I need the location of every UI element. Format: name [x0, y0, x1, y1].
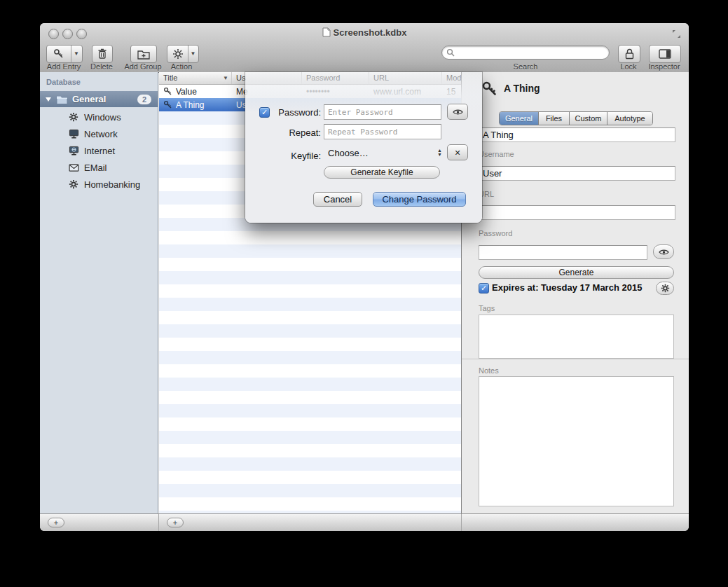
search-field[interactable]	[441, 46, 610, 60]
eye-icon	[659, 249, 669, 256]
dialog-keyfile-label: Keyfile:	[259, 151, 321, 161]
dialog-password-label: Password:	[259, 107, 321, 118]
generate-keyfile-button[interactable]: Generate Keyfile	[324, 166, 440, 179]
monitor-icon	[68, 128, 79, 139]
password-label: Password	[479, 229, 512, 237]
sidebar-group-label: General	[72, 94, 106, 104]
pane-divider	[158, 514, 159, 531]
keyfile-popup[interactable]: Choose… ▲▼	[324, 145, 445, 160]
key-icon	[163, 87, 173, 97]
sidebar-item-label: Internet	[84, 146, 115, 156]
keyfile-clear-button[interactable]: ×	[447, 144, 468, 160]
sidebar-item-windows[interactable]: Windows	[40, 109, 158, 125]
inspector-icon	[659, 49, 671, 59]
folder-icon	[56, 95, 68, 104]
sidebar-item-label: Windows	[84, 112, 121, 123]
group-count-badge: 2	[137, 95, 151, 104]
gear-icon	[661, 284, 670, 293]
window-title: Screenshot.kdbx	[40, 27, 689, 38]
sidebar-section-header: Database	[46, 78, 81, 86]
app-window: Screenshot.kdbx ▼ Add Entry Delete Add G…	[40, 23, 689, 531]
sort-indicator-icon: ▼	[223, 76, 228, 81]
dialog-password-input[interactable]	[324, 104, 441, 120]
tags-label: Tags	[479, 304, 495, 312]
sidebar: Database General 2 Windows Network Inter…	[40, 72, 158, 513]
search-label: Search	[504, 62, 547, 71]
search-icon	[446, 48, 455, 57]
key-icon	[163, 100, 173, 110]
sidebar-item-internet[interactable]: Internet	[40, 142, 158, 159]
delete-label: Delete	[85, 62, 118, 71]
sidebar-item-label: EMail	[84, 163, 107, 173]
action-label: Action	[165, 62, 198, 71]
expires-gear-button[interactable]	[656, 282, 674, 295]
chevron-down-icon[interactable]: ▼	[71, 46, 82, 62]
change-password-button[interactable]: Change Password	[373, 192, 466, 207]
lock-button[interactable]	[618, 45, 640, 63]
tab-files[interactable]: Files	[539, 112, 570, 125]
pane-divider	[461, 514, 462, 531]
action-button[interactable]: ▼	[167, 45, 199, 63]
disclosure-triangle-icon[interactable]	[46, 97, 51, 102]
inspector-tabs: General Files Custom Autotype	[499, 111, 653, 125]
title-field[interactable]	[479, 127, 675, 142]
inspector-panel: A Thing General Files Custom Autotype Us…	[461, 72, 689, 513]
expires-checkbox[interactable]: ✓	[479, 283, 489, 294]
cancel-button[interactable]: Cancel	[313, 192, 362, 207]
username-label: Username	[479, 150, 514, 158]
generate-password-button[interactable]: Generate	[479, 266, 674, 279]
folder-plus-icon	[137, 49, 150, 60]
lock-icon	[625, 48, 634, 60]
tags-input[interactable]	[479, 315, 674, 359]
inspector-button[interactable]	[649, 45, 681, 63]
tab-general[interactable]: General	[500, 112, 539, 125]
trash-icon	[97, 48, 107, 60]
bottom-bar: + +	[40, 513, 689, 531]
envelope-icon	[68, 162, 79, 173]
dialog-repeat-input[interactable]	[324, 124, 441, 139]
document-icon	[322, 27, 331, 37]
titlebar-toolbar: Screenshot.kdbx ▼ Add Entry Delete Add G…	[40, 23, 689, 73]
gear-icon	[68, 111, 79, 123]
username-field[interactable]	[479, 166, 675, 181]
password-field[interactable]	[479, 245, 647, 260]
sidebar-group-general[interactable]: General 2	[40, 91, 158, 107]
add-entry-button[interactable]: ▼	[46, 45, 83, 63]
chevron-down-icon[interactable]: ▼	[188, 46, 198, 62]
close-x-icon: ×	[455, 148, 460, 158]
add-group-label: Add Group	[119, 62, 167, 71]
delete-button[interactable]	[92, 45, 113, 63]
eye-icon	[453, 109, 463, 116]
column-header-title[interactable]: Title▼	[159, 72, 232, 84]
show-password-button[interactable]	[653, 244, 674, 259]
stepper-icon: ▲▼	[437, 149, 442, 157]
change-password-sheet: ✓ Password: Repeat: Keyfile: Choose… ▲▼ …	[245, 72, 482, 223]
add-group-button[interactable]	[130, 45, 157, 63]
inspector-label: Inspector	[640, 62, 688, 71]
dialog-repeat-label: Repeat:	[259, 127, 321, 138]
keyfile-popup-value: Choose…	[328, 148, 369, 158]
globe-monitor-icon	[68, 145, 79, 156]
add-entry-plus-button[interactable]: +	[167, 518, 184, 527]
notes-input[interactable]	[479, 376, 674, 506]
gear-icon	[68, 179, 79, 190]
tab-custom[interactable]: Custom	[570, 112, 607, 125]
tab-autotype[interactable]: Autotype	[607, 112, 652, 125]
sidebar-item-email[interactable]: EMail	[40, 159, 158, 176]
search-input[interactable]	[458, 47, 605, 58]
add-entry-label: Add Entry	[44, 62, 83, 71]
key-icon	[48, 46, 71, 62]
expires-label: Expires at: Tuesday 17 March 2015	[492, 282, 642, 293]
url-field[interactable]	[479, 205, 675, 220]
notes-label: Notes	[479, 366, 499, 375]
sidebar-item-label: Network	[84, 129, 118, 139]
inspector-divider	[462, 359, 689, 359]
add-group-plus-button[interactable]: +	[48, 518, 64, 527]
sidebar-item-homebanking[interactable]: Homebanking	[40, 176, 158, 193]
dialog-show-password-button[interactable]	[447, 104, 468, 120]
gear-icon	[168, 46, 188, 62]
sidebar-item-network[interactable]: Network	[40, 125, 158, 142]
entry-key-icon	[481, 81, 498, 97]
inspector-entry-title: A Thing	[504, 83, 540, 94]
fullscreen-icon[interactable]	[671, 29, 682, 39]
